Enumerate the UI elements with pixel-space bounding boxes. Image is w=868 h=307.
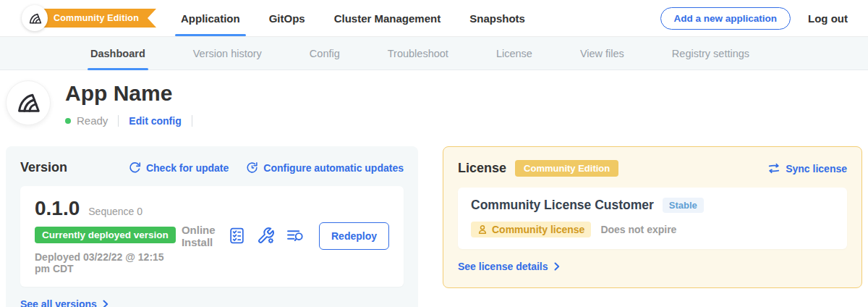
version-card-links: Check for update Configure automatic upd… — [129, 161, 404, 174]
license-type-badge: Community license — [471, 222, 591, 237]
replicated-logo-icon — [22, 5, 48, 31]
refresh-icon — [129, 161, 141, 174]
tab-cluster-management[interactable]: Cluster Management — [334, 0, 441, 36]
redeploy-button[interactable]: Redeploy — [319, 222, 389, 250]
status-text: Ready — [77, 114, 108, 127]
channel-badge: Stable — [663, 198, 704, 213]
chevron-right-icon — [103, 300, 109, 307]
version-info: 0.1.0 Sequence 0 Currently deployed vers… — [35, 197, 182, 274]
top-tabs: Application GitOps Cluster Management Sn… — [181, 0, 525, 36]
current-version-panel: 0.1.0 Sequence 0 Currently deployed vers… — [20, 186, 404, 287]
version-actions: Online Install — [182, 222, 389, 250]
app-avatar — [6, 80, 51, 125]
check-for-update-link[interactable]: Check for update — [129, 161, 229, 174]
subnav-item-version-history[interactable]: Version history — [193, 37, 262, 70]
edit-config-link[interactable]: Edit config — [129, 115, 181, 127]
subnav-item-view-files[interactable]: View files — [580, 37, 624, 70]
subnav-item-config[interactable]: Config — [310, 37, 340, 70]
currently-deployed-badge: Currently deployed version — [35, 227, 176, 243]
add-new-application-button[interactable]: Add a new application — [660, 7, 791, 30]
sync-arrows-icon — [767, 163, 780, 174]
page-title: App Name — [65, 81, 203, 106]
preflight-checks-icon[interactable] — [228, 227, 246, 245]
chevron-right-icon — [554, 262, 560, 271]
subnav-item-troubleshoot[interactable]: Troubleshoot — [388, 37, 448, 70]
main-content: App Name Ready Edit config Version — [0, 80, 868, 307]
version-number-row: 0.1.0 Sequence 0 — [35, 197, 182, 220]
auto-update-clock-icon — [246, 161, 258, 174]
configure-automatic-updates-link[interactable]: Configure automatic updates — [246, 161, 404, 174]
license-meta-row: Community license Does not expire — [471, 222, 834, 237]
sync-license-link[interactable]: Sync license — [767, 163, 847, 174]
tab-snapshots[interactable]: Snapshots — [469, 0, 525, 36]
community-edition-ribbon: Community Edition — [41, 9, 156, 28]
license-card-title: License — [458, 161, 506, 176]
license-details-panel: Community License Customer Stable Commun… — [458, 188, 847, 249]
install-type-label: Online Install — [182, 224, 216, 248]
subnav-item-dashboard[interactable]: Dashboard — [90, 37, 145, 70]
logout-button[interactable]: Log out — [808, 12, 848, 25]
subnav-item-registry-settings[interactable]: Registry settings — [672, 37, 749, 70]
license-card-header: License Community Edition Sync license — [458, 160, 847, 177]
deployed-timestamp: Deployed 03/22/22 @ 12:15 pm CDT — [35, 251, 182, 274]
tab-gitops[interactable]: GitOps — [269, 0, 305, 36]
version-card-title: Version — [20, 160, 67, 175]
version-card-header: Version Check for update — [20, 160, 404, 175]
subnav-item-license[interactable]: License — [496, 37, 532, 70]
view-logs-icon[interactable] — [286, 227, 305, 245]
replicated-logo-icon — [14, 89, 42, 117]
license-card: License Community Edition Sync license C… — [443, 146, 862, 288]
customer-name: Community License Customer — [471, 198, 654, 213]
dashboard-cards: Version Check for update — [6, 146, 862, 307]
see-all-versions-link[interactable]: See all versions — [20, 298, 109, 307]
customer-row: Community License Customer Stable — [471, 198, 834, 213]
sequence-label: Sequence 0 — [88, 206, 142, 217]
app-status-row: Ready Edit config — [65, 114, 203, 127]
brand: Community Edition — [22, 5, 156, 31]
see-license-details-link[interactable]: See license details — [458, 261, 560, 272]
top-nav: Community Edition Application GitOps Clu… — [0, 0, 868, 36]
sub-nav: Dashboard Version history Config Trouble… — [0, 36, 868, 70]
divider — [192, 115, 192, 127]
version-card: Version Check for update — [6, 146, 418, 307]
status-dot — [65, 118, 71, 124]
community-edition-badge: Community Edition — [515, 160, 618, 177]
tab-application[interactable]: Application — [181, 0, 240, 36]
app-title-block: App Name Ready Edit config — [65, 80, 203, 127]
app-header: App Name Ready Edit config — [6, 80, 862, 127]
config-tools-icon[interactable] — [257, 227, 275, 245]
divider — [118, 115, 119, 127]
expiration-text: Does not expire — [600, 224, 676, 235]
version-number: 0.1.0 — [35, 197, 80, 220]
person-icon — [477, 224, 488, 235]
